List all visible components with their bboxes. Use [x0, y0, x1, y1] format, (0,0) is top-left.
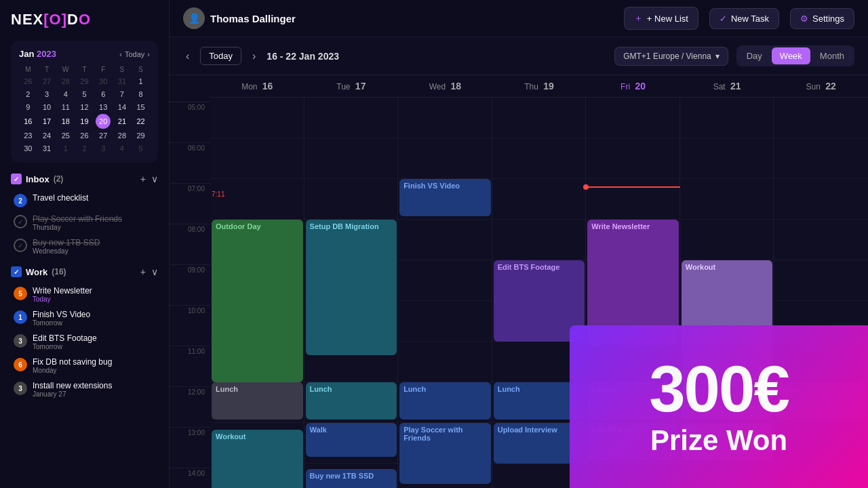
event-buy-ssd[interactable]: Buy new 1TB SSD — [306, 469, 397, 488]
task-item[interactable]: 3 Install new extensions January 27 — [11, 378, 158, 401]
mini-cal-day[interactable]: 1 — [139, 75, 143, 87]
event-lunch-wed[interactable]: Lunch — [399, 382, 491, 420]
mini-cal-day[interactable]: 27 — [99, 129, 107, 142]
mini-cal-day[interactable]: 28 — [118, 129, 126, 142]
mini-cal-day[interactable]: 12 — [80, 101, 88, 113]
mini-cal-day[interactable]: 5 — [82, 88, 86, 100]
new-list-button[interactable]: ＋ + New List — [624, 7, 698, 30]
mini-cal-day[interactable]: 18 — [62, 115, 70, 127]
task-item[interactable]: ✓ Buy new 1TB SSD Wednesday — [11, 235, 158, 258]
task-item[interactable]: 5 Write Newsletter Today — [11, 283, 158, 306]
mini-cal-day[interactable]: 24 — [43, 129, 51, 142]
timezone-selector[interactable]: GMT+1 Europe / Vienna ▾ — [614, 47, 728, 66]
inbox-checkbox-icon: ✓ — [11, 174, 22, 184]
view-switcher: Day Week Month — [736, 45, 854, 66]
inbox-actions[interactable]: + ∨ — [140, 174, 158, 184]
inbox-title: ✓ Inbox (2) — [11, 174, 63, 184]
mini-cal-day[interactable]: 7 — [120, 88, 124, 100]
task-item[interactable]: 3 Edit BTS Footage Tomorrow — [11, 330, 158, 354]
mini-cal-day[interactable]: 30 — [24, 142, 32, 155]
task-item[interactable]: 1 Finish VS Video Tomorrow — [11, 306, 158, 330]
event-setup-db[interactable]: Setup DB Migration — [306, 220, 397, 355]
mini-cal-day[interactable]: 28 — [62, 75, 70, 87]
mini-cal-day[interactable]: 8 — [139, 88, 143, 100]
user-info: 👤 Thomas Dallinger — [183, 7, 296, 29]
work-add-icon[interactable]: + — [140, 266, 146, 277]
event-soccer[interactable]: Play Soccer with Friends — [399, 423, 491, 484]
task-due: Monday — [33, 367, 112, 374]
task-priority-badge: 6 — [14, 358, 27, 371]
day-header-sun: Sun 22 — [774, 75, 868, 97]
task-item[interactable]: 2 Travel checklist — [11, 190, 158, 211]
mini-cal-day[interactable]: 21 — [118, 115, 126, 127]
mini-cal-day[interactable]: 5 — [139, 142, 143, 155]
mini-cal-day[interactable]: 27 — [43, 75, 51, 87]
mini-cal-day[interactable]: 29 — [80, 75, 88, 87]
mini-cal-day[interactable]: 4 — [64, 88, 68, 100]
mini-cal-day[interactable]: 13 — [99, 101, 107, 113]
event-walk[interactable]: Walk — [306, 423, 397, 457]
mini-cal-day[interactable]: 3 — [101, 142, 105, 155]
mini-cal-nav[interactable]: ‹ Today › — [119, 50, 150, 58]
mini-cal-grid: M T W T F S S 26 27 28 29 30 31 1 2 3 4 … — [19, 64, 150, 155]
event-finish-vs[interactable]: Finish VS Video — [399, 179, 491, 216]
mini-cal-day[interactable]: 26 — [80, 129, 88, 142]
mini-cal-day[interactable]: 31 — [118, 75, 126, 87]
work-actions[interactable]: + ∨ — [140, 266, 158, 277]
mini-cal-day[interactable]: 2 — [82, 142, 86, 155]
today-button[interactable]: Today — [200, 47, 241, 65]
prev-week-button[interactable]: ‹ — [183, 47, 192, 65]
events-day-1: Setup DB Migration Lunch Walk Buy new 1T… — [304, 98, 399, 488]
event-lunch-mon[interactable]: Lunch — [212, 382, 303, 420]
work-title: ✓ Work (16) — [11, 266, 66, 277]
timezone-label: GMT+1 Europe / Vienna — [623, 52, 711, 61]
task-item[interactable]: ✓ Play Soccer with Friends Thursday — [11, 211, 158, 235]
mini-cal-next[interactable]: › — [147, 50, 150, 58]
mini-cal-day[interactable]: 29 — [137, 129, 145, 142]
event-workout-mon[interactable]: Workout — [212, 430, 303, 488]
mini-cal-day[interactable]: 31 — [43, 142, 51, 155]
mini-cal-day[interactable]: 26 — [24, 75, 32, 87]
event-outdoor-day[interactable]: Outdoor Day — [212, 220, 303, 382]
mini-cal-day[interactable]: 4 — [120, 142, 124, 155]
mini-cal-today-day[interactable]: 20 — [96, 114, 111, 129]
event-lunch-tue[interactable]: Lunch — [306, 382, 397, 420]
plus-icon: ＋ — [634, 12, 643, 24]
next-week-button[interactable]: › — [250, 47, 258, 65]
task-due: Today — [33, 296, 92, 303]
mini-cal-today[interactable]: Today — [125, 50, 144, 58]
mini-cal-day[interactable]: 10 — [43, 101, 51, 113]
mini-cal-day[interactable]: 6 — [101, 88, 105, 100]
mini-cal-day[interactable]: 11 — [62, 101, 70, 113]
time-label: 05:00 — [170, 102, 210, 143]
week-view-button[interactable]: Week — [772, 47, 810, 64]
task-item[interactable]: 6 Fix DB not saving bug Monday — [11, 354, 158, 378]
current-time-line — [586, 186, 680, 188]
prize-text: Prize Won — [650, 424, 787, 457]
day-header-tue: Tue 17 — [304, 75, 399, 97]
inbox-collapse-icon[interactable]: ∨ — [151, 174, 158, 184]
chevron-down-icon: ▾ — [715, 52, 719, 61]
mini-cal-day[interactable]: 30 — [99, 75, 107, 87]
work-collapse-icon[interactable]: ∨ — [151, 266, 158, 277]
mini-cal-day[interactable]: 22 — [137, 115, 145, 127]
new-task-button[interactable]: ✓ New Task — [709, 8, 779, 29]
day-view-button[interactable]: Day — [738, 47, 770, 64]
mini-cal-day[interactable]: 9 — [26, 101, 30, 113]
mini-cal-day[interactable]: 16 — [24, 115, 32, 127]
mini-cal-day[interactable]: 2 — [26, 88, 30, 100]
month-view-button[interactable]: Month — [812, 47, 852, 64]
mini-cal-day[interactable]: 17 — [43, 115, 51, 127]
mini-cal-day[interactable]: 15 — [137, 101, 145, 113]
mini-cal-day[interactable]: 14 — [118, 101, 126, 113]
time-label: 14:00 — [170, 468, 210, 488]
mini-cal-day[interactable]: 3 — [45, 88, 49, 100]
mini-cal-day[interactable]: 19 — [80, 115, 88, 127]
inbox-add-icon[interactable]: + — [140, 174, 146, 184]
settings-button[interactable]: ⚙ Settings — [790, 8, 854, 29]
task-title: Install new extensions — [33, 381, 112, 390]
mini-cal-day[interactable]: 25 — [62, 129, 70, 142]
mini-cal-day[interactable]: 1 — [64, 142, 68, 155]
mini-cal-prev[interactable]: ‹ — [119, 50, 122, 58]
mini-cal-day[interactable]: 23 — [24, 129, 32, 142]
